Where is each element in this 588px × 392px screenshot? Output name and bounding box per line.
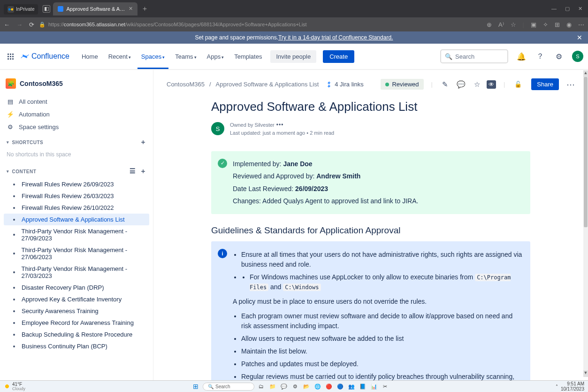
tree-page-item[interactable]: Disaster Recovery Plan (DRP) xyxy=(4,282,149,293)
vertical-scrollbar[interactable]: ▲ ▼ xyxy=(583,70,588,377)
nav-home[interactable]: Home xyxy=(78,50,102,63)
addr-icon[interactable]: ▣ xyxy=(531,21,536,28)
share-button[interactable]: Share xyxy=(531,78,559,90)
tray-chevron-icon[interactable]: ˄ xyxy=(556,384,558,389)
more-actions-button[interactable]: ⋯ xyxy=(566,79,575,90)
space-header[interactable]: 🧩 ContosoM365 xyxy=(4,76,149,92)
banner-text: Set page and space permissions. xyxy=(195,34,278,41)
restrictions-button[interactable]: 🔓 xyxy=(512,81,524,88)
owner-more-button[interactable]: ••• xyxy=(276,122,284,128)
tree-page-item[interactable]: Third-Party Vendor Risk Management - 27/… xyxy=(4,244,149,263)
notifications-icon[interactable]: 🔔 xyxy=(516,51,527,62)
tree-page-item[interactable]: Security Awareness Training xyxy=(4,305,149,317)
tree-page-item[interactable]: Firewall Rules Review 26/09/2023 xyxy=(4,178,149,190)
start-button[interactable]: ⊞ xyxy=(191,382,200,391)
task-icon[interactable]: 🗂 xyxy=(257,382,266,391)
favorite-icon[interactable]: ☆ xyxy=(511,21,516,28)
watch-button[interactable]: 👁 xyxy=(487,80,496,89)
close-window-button[interactable]: ✕ xyxy=(578,6,582,12)
nav-apps[interactable]: Apps▾ xyxy=(203,50,228,63)
search-input[interactable]: 🔍 Search xyxy=(440,49,508,63)
lock-icon: 🔒 xyxy=(39,22,46,28)
inprivate-label: InPrivate xyxy=(16,7,34,12)
snip-icon[interactable]: ✂ xyxy=(381,382,389,391)
app-switcher-button[interactable] xyxy=(8,54,14,60)
policy-bullet: Maintain the list below. xyxy=(241,346,524,356)
banner-link[interactable]: Try it in a 14-day trial of Confluence S… xyxy=(278,34,393,41)
invite-button[interactable]: Invite people xyxy=(270,50,316,63)
scroll-down-icon[interactable]: ▼ xyxy=(583,370,588,377)
tree-page-item[interactable]: Approved Software & Applications List xyxy=(4,214,149,225)
tree-page-item[interactable]: Business Continuity Plan (BCP) xyxy=(4,340,149,352)
refresh-button[interactable]: ⟳ xyxy=(29,21,34,28)
shortcuts-section[interactable]: ▾ SHORTCUTS ＋ xyxy=(4,133,149,149)
profile-icon[interactable]: ◉ xyxy=(566,21,572,28)
create-button[interactable]: Create xyxy=(323,50,354,63)
comment-button[interactable]: 💬 xyxy=(455,80,467,89)
banner-close-button[interactable]: ✕ xyxy=(577,34,582,41)
new-tab-button[interactable]: ＋ xyxy=(141,4,148,13)
edit-button[interactable]: ✎ xyxy=(440,80,450,89)
content-section[interactable]: ▾ CONTENT ☰ ＋ xyxy=(4,162,149,178)
jira-links[interactable]: 4 Jira links xyxy=(326,81,363,88)
tree-page-item[interactable]: Employee Record for Awareness Training xyxy=(4,317,149,329)
collections-icon[interactable]: ◧ xyxy=(43,5,50,13)
scroll-up-icon[interactable]: ▲ xyxy=(583,70,588,77)
sidebar-space-settings[interactable]: ⚙ Space settings xyxy=(4,121,149,133)
addr-icon[interactable]: ✧ xyxy=(543,21,548,28)
settings-icon[interactable]: ⚙ xyxy=(553,51,565,62)
reviewed-by: Andrew Smith xyxy=(316,172,360,180)
task-icon[interactable]: 📂 xyxy=(302,382,311,391)
nav-spaces[interactable]: Spaces▾ xyxy=(137,50,168,63)
sidebar-automation[interactable]: ⚡ Automation xyxy=(4,108,149,121)
chrome-icon[interactable]: 🔴 xyxy=(325,382,333,391)
add-content-button[interactable]: ＋ xyxy=(140,167,147,176)
edge-icon[interactable]: 🌐 xyxy=(313,382,322,391)
tab-close-button[interactable]: ✕ xyxy=(129,6,133,12)
tree-page-item[interactable]: Third-Party Vendor Risk Management - 27/… xyxy=(4,225,149,244)
zoom-icon[interactable]: ⊕ xyxy=(487,21,492,28)
tree-page-item[interactable]: Third-Party Vendor Risk Management - 27/… xyxy=(4,263,149,282)
more-menu-button[interactable]: ⋯ xyxy=(578,21,584,28)
add-shortcut-button[interactable]: ＋ xyxy=(140,138,147,146)
tree-page-item[interactable]: Backup Scheduling & Restore Procedure xyxy=(4,329,149,340)
weather-widget[interactable]: 41°FCloudy xyxy=(4,382,25,392)
breadcrumb-space[interactable]: ContosoM365 xyxy=(167,81,205,88)
task-icon[interactable]: ⚙ xyxy=(291,382,299,391)
profile-avatar[interactable]: S xyxy=(572,51,583,62)
task-icon[interactable]: 💬 xyxy=(280,382,288,391)
scroll-thumb[interactable] xyxy=(584,77,588,227)
reviewed-badge[interactable]: Reviewed xyxy=(381,79,423,90)
tree-page-item[interactable]: Firewall Rules Review 26/10/2022 xyxy=(4,202,149,214)
word-icon[interactable]: 📘 xyxy=(359,382,367,391)
help-icon[interactable]: ？ xyxy=(535,51,546,62)
url-input[interactable]: 🔒 https://contosom365.atlassian.net/wiki… xyxy=(39,22,482,28)
teams-icon[interactable]: 👥 xyxy=(347,382,356,391)
forward-button[interactable]: → xyxy=(16,21,23,28)
filter-icon[interactable]: ☰ xyxy=(130,167,136,176)
back-button[interactable]: ← xyxy=(4,21,10,28)
owner-avatar[interactable]: S xyxy=(211,122,224,135)
task-icon[interactable]: 📁 xyxy=(268,382,277,391)
tree-page-item[interactable]: Firewall Rules Review 26/03/2023 xyxy=(4,190,149,202)
task-icon[interactable]: 🔵 xyxy=(336,382,344,391)
nav-templates[interactable]: Templates xyxy=(230,50,266,63)
info-bullet: Ensure at all times that your users do n… xyxy=(241,250,524,269)
taskbar-search[interactable]: 🔍Search xyxy=(203,383,254,391)
confluence-logo[interactable]: Confluence xyxy=(20,52,69,61)
breadcrumb-page[interactable]: Approved Software & Applications List xyxy=(216,81,319,88)
nav-teams[interactable]: Teams▾ xyxy=(171,50,200,63)
extensions-icon[interactable]: ⊞ xyxy=(555,21,560,28)
tree-page-item[interactable]: Approved Key & Certificate Inventory xyxy=(4,293,149,305)
nav-recent[interactable]: Recent▾ xyxy=(105,50,135,63)
sidebar: 🧩 ContosoM365 ▤ All content ⚡ Automation… xyxy=(0,70,153,380)
maximize-button[interactable]: ▢ xyxy=(565,6,570,12)
clock[interactable]: 9:51 AM10/17/2023 xyxy=(561,381,584,392)
browser-tab[interactable]: Approved Software & Applicatio ✕ xyxy=(53,2,137,15)
task-icon[interactable]: 📊 xyxy=(370,382,378,391)
sidebar-all-content[interactable]: ▤ All content xyxy=(4,95,149,108)
minimize-button[interactable]: — xyxy=(551,6,557,12)
read-aloud-icon[interactable]: A⁾ xyxy=(498,21,504,28)
star-button[interactable]: ☆ xyxy=(472,80,482,89)
shortcuts-empty: No shortcuts in this space xyxy=(4,149,149,162)
